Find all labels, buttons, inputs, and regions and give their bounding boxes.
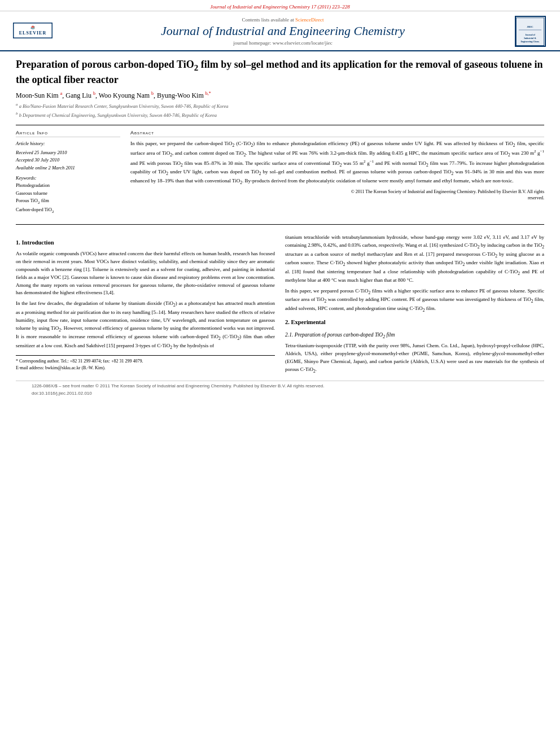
keyword-2: Gaseous toluene (16, 190, 120, 198)
keyword-4: Carbon-doped TiO2 (16, 206, 120, 215)
abstract-text: In this paper, we prepared the carbon-do… (130, 140, 544, 186)
article-info-section: Article Info Article history: Received 2… (16, 130, 120, 216)
keywords-list: Photodegradation Gaseous toluene Porous … (16, 182, 120, 215)
email-note: E-mail address: bwkim@skku.ac.kr (B.-W. … (16, 365, 275, 372)
corresponding-author-note: * Corresponding author. Tel.: +82 31 299… (16, 358, 275, 365)
svg-text:ELSEVIER: ELSEVIER (19, 30, 46, 36)
article-history: Article history: Received 25 January 201… (16, 140, 120, 172)
homepage-url: journal homepage: www.elsevier.com/locat… (233, 40, 332, 46)
left-column: Article Info Article history: Received 2… (16, 130, 120, 220)
received-date: Received 25 January 2010 (16, 149, 120, 157)
journal-reference: Journal of Industrial and Engineering Ch… (210, 4, 349, 10)
intro-para-2: In the last few decades, the degradation… (16, 300, 275, 351)
affiliation-b: b b Department of Chemical Engineering, … (16, 111, 544, 119)
logo-left: 📚 ELSEVIER (10, 23, 55, 40)
article-title: Preparation of porous carbon-doped TiO2 … (16, 58, 544, 86)
doi-text: doi:10.1016/j.jiec.2011.02.010 (32, 391, 92, 396)
article-info-label: Article Info (16, 130, 120, 137)
abstract-label: Abstract (130, 130, 544, 137)
affiliation-a: a a Bio/Nano-Fusion Material Research Ce… (16, 102, 544, 110)
main-content: Preparation of porous carbon-doped TiO2 … (0, 51, 560, 405)
body-right-column: titanium tetrachloride with tetrabutylam… (285, 234, 544, 377)
right-column-abstract: Abstract In this paper, we prepared the … (130, 130, 544, 220)
experimental-heading: 2. Experimental (285, 318, 544, 327)
page: Journal of Industrial and Engineering Ch… (0, 0, 560, 405)
contents-available-line: Contents lists available at ScienceDirec… (61, 17, 505, 23)
keyword-1: Photodegradation (16, 182, 120, 190)
intro-para-right-1: titanium tetrachloride with tetrabutylam… (285, 234, 544, 285)
svg-text:📚: 📚 (30, 25, 36, 30)
bottom-bar: 1226-086X/$ – see front matter © 2011 Th… (16, 381, 544, 391)
homepage-line: journal homepage: www.elsevier.com/locat… (61, 40, 505, 46)
doi-line: doi:10.1016/j.jiec.2011.02.010 (16, 391, 544, 399)
contents-text: Contents lists available at (242, 17, 294, 23)
svg-text:Journal of: Journal of (525, 33, 535, 36)
journal-center-header: Contents lists available at ScienceDirec… (61, 17, 505, 45)
journal-header: 📚 ELSEVIER Contents lists available at S… (0, 11, 560, 51)
experimental-para-1: Tetra-titanium-isopropoxide (TTIP, with … (285, 342, 544, 374)
body-left-column: 1. Introduction As volatile organic comp… (16, 234, 275, 377)
intro-para-right-2: In this paper, we prepared porous C-TiO2… (285, 287, 544, 313)
copyright-line: © 2011 The Korean Society of Industrial … (130, 189, 544, 201)
affiliation-a-text: a Bio/Nano-Fusion Material Research Cent… (19, 103, 229, 109)
article-info-abstract: Article Info Article history: Received 2… (16, 125, 544, 220)
footnote-area: * Corresponding author. Tel.: +82 31 299… (16, 355, 275, 372)
authors-line: Moon-Sun Kim a, Gang Liu b, Woo Kyoung N… (16, 91, 544, 100)
body-content: 1. Introduction As volatile organic comp… (16, 230, 544, 377)
journal-cover-image: JIEC Journal of Industrial & Engineering… (515, 16, 546, 47)
journal-title: Journal of Industrial and Engineering Ch… (61, 24, 505, 38)
keywords-title: Keywords: (16, 175, 120, 181)
svg-text:JIEC: JIEC (527, 25, 533, 28)
available-date: Available online 2 March 2011 (16, 164, 120, 172)
issn-notice: 1226-086X/$ – see front matter © 2011 Th… (32, 383, 324, 388)
keywords-section: Keywords: Photodegradation Gaseous tolue… (16, 175, 120, 215)
svg-text:Engineering Chem.: Engineering Chem. (520, 40, 539, 43)
affiliation-b-text: b Department of Chemical Engineering, Su… (19, 112, 217, 118)
logo-right: JIEC Journal of Industrial & Engineering… (510, 16, 550, 47)
sciencedirect-link[interactable]: ScienceDirect (295, 17, 323, 23)
top-banner: Journal of Industrial and Engineering Ch… (0, 0, 560, 11)
section-divider (16, 224, 544, 225)
svg-text:Industrial &: Industrial & (524, 37, 536, 40)
elsevier-logo-box: 📚 ELSEVIER (13, 23, 53, 38)
experimental-sub-heading: 2.1. Preparation of porous carbon-doped … (285, 331, 544, 340)
keyword-3: Porous TiO2 film (16, 197, 120, 206)
history-title: Article history: (16, 140, 120, 148)
abstract-section: Abstract In this paper, we prepared the … (130, 130, 544, 201)
intro-para-1: As volatile organic compounds (VOCs) hav… (16, 250, 275, 298)
accepted-date: Accepted 30 July 2010 (16, 156, 120, 164)
intro-heading: 1. Introduction (16, 238, 275, 247)
